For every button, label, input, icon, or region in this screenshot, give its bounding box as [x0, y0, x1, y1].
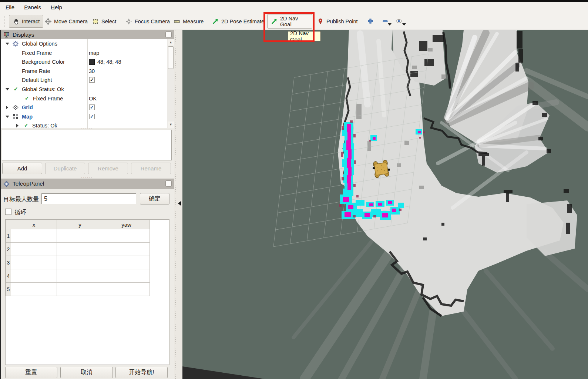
collapse-icon[interactable]: [6, 116, 9, 118]
displays-monitor-icon: [3, 32, 10, 38]
status-ok-check-icon: ✓: [25, 95, 29, 101]
confirm-button[interactable]: 确定: [140, 193, 169, 205]
menu-bar: File Panels Help: [0, 2, 588, 12]
goal-count-value: 5: [44, 196, 47, 202]
display-description-box: [2, 130, 172, 160]
table-cell[interactable]: [57, 256, 103, 269]
tree-row-global-status[interactable]: ✓ Global Status: Ok: [1, 85, 174, 94]
row-header[interactable]: 2: [6, 243, 11, 256]
tree-label: Background Color: [22, 59, 65, 65]
pose-estimate-tool-button[interactable]: 2D Pose Estimate: [209, 15, 268, 28]
table-cell[interactable]: [57, 269, 103, 283]
column-header-yaw[interactable]: yaw: [103, 220, 150, 229]
cancel-button[interactable]: 取消: [60, 367, 113, 378]
teleop-panel-header[interactable]: TeleopPanel: [1, 179, 174, 189]
displays-panel-header[interactable]: Displays: [1, 30, 174, 39]
add-button[interactable]: Add: [2, 163, 42, 174]
tree-label: Global Status: Ok: [22, 86, 64, 92]
interact-tool-button[interactable]: Interact: [9, 15, 43, 28]
pose-estimate-label: 2D Pose Estimate: [221, 19, 264, 24]
tree-label: Default Light: [22, 77, 52, 83]
duplicate-button[interactable]: Duplicate: [45, 163, 85, 174]
teleop-panel-title: TeleopPanel: [13, 180, 44, 187]
zoom-out-dropdown-icon[interactable]: [388, 23, 392, 26]
color-swatch[interactable]: [89, 59, 95, 65]
pose-estimate-arrow-icon: [212, 18, 219, 25]
move-camera-label: Move Camera: [54, 19, 88, 24]
table-cell[interactable]: [103, 283, 150, 296]
row-header[interactable]: 1: [6, 229, 11, 243]
expand-icon[interactable]: [6, 106, 8, 109]
collapse-panel-arrow-icon[interactable]: [178, 201, 181, 206]
tree-value[interactable]: 48; 48; 48: [97, 59, 121, 65]
column-header-x[interactable]: x: [11, 220, 57, 229]
column-header-y[interactable]: y: [57, 220, 103, 229]
menu-file[interactable]: File: [6, 4, 14, 10]
tree-row-status-fixed-frame[interactable]: ✓ Fixed Frame OK: [1, 94, 174, 103]
remove-button[interactable]: Remove: [88, 163, 128, 174]
table-row: 3: [6, 256, 150, 269]
tree-row-default-light[interactable]: Default Light ✓: [1, 76, 174, 85]
collapse-icon[interactable]: [6, 43, 9, 45]
menu-panels[interactable]: Panels: [24, 4, 41, 10]
tree-scrollbar[interactable]: ▲ ▼: [167, 39, 174, 128]
teleop-float-checkbox[interactable]: [165, 180, 172, 187]
table-cell[interactable]: [11, 229, 57, 243]
render-viewport-3d[interactable]: [182, 30, 588, 379]
table-cell[interactable]: [103, 269, 150, 283]
expand-icon[interactable]: [16, 124, 19, 127]
tree-row-grid[interactable]: Grid ✓: [1, 103, 174, 112]
rename-button-label: Rename: [141, 165, 162, 172]
view-dropdown-icon[interactable]: [402, 23, 406, 26]
move-camera-tool-button[interactable]: Move Camera: [41, 15, 91, 28]
table-cell[interactable]: [103, 243, 150, 256]
row-header[interactable]: 4: [6, 269, 11, 283]
row-header[interactable]: 5: [6, 283, 11, 296]
row-header[interactable]: 3: [6, 256, 11, 269]
tree-row-global-options[interactable]: Global Options: [1, 39, 174, 49]
table-cell[interactable]: [103, 256, 150, 269]
select-label: Select: [101, 19, 116, 24]
scrollbar-thumb[interactable]: [168, 46, 174, 69]
start-navigation-button-label: 开始导航!: [129, 369, 154, 376]
checkbox-checked[interactable]: ✓: [89, 114, 95, 119]
checkbox-checked[interactable]: ✓: [89, 104, 95, 110]
tree-row-frame-rate[interactable]: Frame Rate 30: [1, 67, 174, 76]
tree-row-fixed-frame[interactable]: Fixed Frame map: [1, 49, 174, 58]
table-cell[interactable]: [57, 229, 103, 243]
scroll-down-icon[interactable]: ▼: [168, 122, 174, 128]
select-tool-button[interactable]: Select: [89, 15, 120, 28]
tree-label: Fixed Frame: [22, 50, 52, 56]
table-cell[interactable]: [57, 243, 103, 256]
table-cell[interactable]: [57, 283, 103, 296]
goal-count-input[interactable]: 5: [41, 193, 136, 204]
teleop-panel-icon: [3, 181, 10, 187]
menu-help[interactable]: Help: [51, 4, 62, 10]
checkbox-checked[interactable]: ✓: [89, 77, 95, 83]
waypoint-table: x y yaw 1 2 3 4 5: [5, 219, 169, 365]
tree-row-background-color[interactable]: Background Color 48; 48; 48: [1, 57, 174, 67]
table-cell[interactable]: [11, 269, 57, 283]
rename-button[interactable]: Rename: [131, 163, 171, 174]
annotation-highlight-rectangle: [263, 12, 315, 42]
table-cell[interactable]: [103, 229, 150, 243]
panel-splitter[interactable]: [174, 30, 182, 379]
table-cell[interactable]: [11, 243, 57, 256]
start-navigation-button[interactable]: 开始导航!: [115, 367, 168, 378]
table-cell[interactable]: [11, 283, 57, 296]
tree-row-map[interactable]: Map ✓: [1, 112, 174, 122]
table-corner[interactable]: [6, 220, 11, 229]
reset-button[interactable]: 重置: [5, 367, 57, 378]
toolbar-drag-handle[interactable]: [3, 16, 5, 27]
tree-value[interactable]: 30: [89, 68, 95, 74]
scroll-up-icon[interactable]: ▲: [168, 39, 174, 46]
loop-checkbox[interactable]: [5, 209, 11, 215]
zoom-in-button[interactable]: [364, 15, 377, 27]
tree-value[interactable]: map: [89, 50, 99, 56]
table-cell[interactable]: [11, 256, 57, 269]
collapse-icon[interactable]: [6, 88, 9, 90]
publish-point-tool-button[interactable]: Publish Point: [314, 15, 361, 28]
displays-float-checkbox[interactable]: [165, 31, 172, 38]
focus-camera-tool-button[interactable]: Focus Camera: [122, 15, 173, 28]
measure-tool-button[interactable]: Measure: [170, 15, 207, 28]
